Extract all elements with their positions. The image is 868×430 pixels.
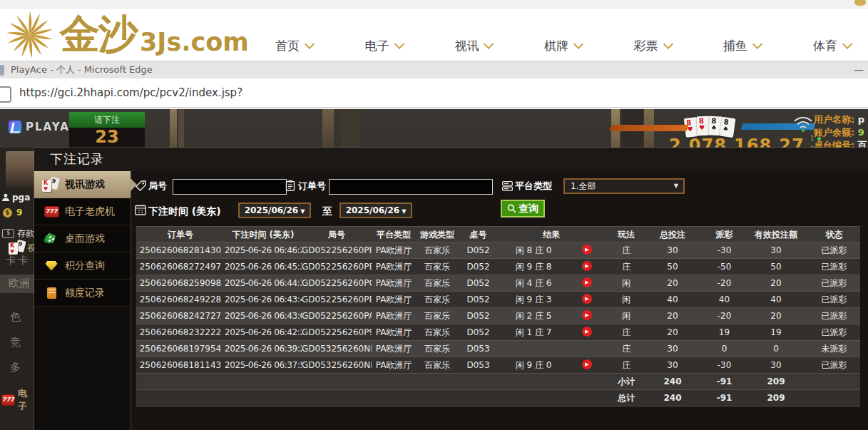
bet-prompt: 请下注 [69, 112, 145, 128]
banker-bet-bar [610, 125, 689, 131]
brand-logo-cn: 金沙 [60, 8, 137, 62]
nav-item-sports[interactable]: 体育 [813, 38, 851, 54]
chevron-down-icon [394, 39, 404, 49]
platform-type-label: 平台类型 [515, 178, 552, 194]
game-stage: PLAYACE 请下注 23 8♥ 8♥ 8♠ 8♠ 2,078,168.27 [0, 108, 868, 430]
sidebar-tab-table-games[interactable]: 桌面游戏 [34, 225, 131, 252]
chevron-down-icon [305, 39, 315, 49]
to-label: 至 [322, 203, 332, 219]
status-badge: 已派彩 [808, 275, 860, 292]
diamond-icon [41, 261, 62, 271]
user-info-block: 用户名称: p 账户余额: 9 桌台编号: 百 [814, 113, 868, 152]
magnifier-icon [507, 204, 516, 213]
cards-icon: 9 K♥ [41, 178, 62, 193]
minimize-button[interactable]: — [854, 61, 864, 77]
dealt-cards: 8♥ 8♥ 8♠ 8♠ [686, 116, 735, 135]
tag-icon [136, 180, 146, 194]
sidebar-tab-credit-log[interactable]: 额度记录 [34, 280, 131, 307]
page-icon [0, 86, 11, 103]
caret-down-icon: ▼ [300, 208, 305, 215]
address-bar[interactable]: https://gci.2hhapi.com/pc/pcv2/index.jsp… [0, 78, 868, 108]
lobby-deposit-button[interactable]: $ 存款 [2, 227, 34, 240]
replay-button[interactable]: ▶ [582, 245, 592, 255]
lobby-item-multi[interactable]: 多 [10, 361, 22, 374]
status-badge: 已派彩 [808, 242, 860, 259]
lobby-item-europe[interactable]: 欧洲 [0, 275, 34, 293]
round-no-input[interactable] [173, 179, 287, 195]
bet-time-label: 下注时间 (美东) [148, 203, 221, 219]
lobby-video-tab[interactable]: 9 K♥ 视 [9, 240, 34, 255]
lobby-item-color[interactable]: 色 [10, 310, 22, 324]
replay-button[interactable]: ▶ [582, 294, 592, 304]
window-favicon [0, 65, 4, 76]
url-text: https://gci.2hhapi.com/pc/pcv2/index.jsp… [19, 78, 242, 107]
replay-button[interactable]: ▶ [582, 261, 592, 271]
bet-countdown: 请下注 23 [69, 112, 145, 148]
nav-item-live[interactable]: 视讯 [454, 38, 492, 54]
clipboard-icon [285, 180, 295, 194]
sidebar-tab-slots[interactable]: 777 电子老虎机 [34, 198, 131, 225]
nav-item-fishing[interactable]: 捕鱼 [723, 38, 761, 54]
status-badge: 已派彩 [808, 292, 860, 308]
window-title: PlayAce - 个人 - Microsoft Edge [11, 61, 153, 78]
replay-button[interactable]: ▶ [582, 327, 592, 337]
lobby-item-slots[interactable]: 777 电子 [1, 387, 34, 413]
document-icon [41, 287, 62, 299]
dealer-avatar [6, 151, 34, 188]
window-title-bar: PlayAce - 个人 - Microsoft Edge — [0, 61, 868, 78]
lobby-vip-level: $ 9 [3, 208, 22, 217]
slot-777-icon: 777 [41, 206, 62, 217]
nav-item-home[interactable]: 首页 [275, 38, 313, 54]
stage-pillar [341, 109, 359, 148]
caret-down-icon: ▼ [402, 208, 406, 215]
order-no-input[interactable] [329, 179, 493, 195]
search-button[interactable]: 查询 [501, 200, 545, 217]
nav-item-board[interactable]: 棋牌 [544, 38, 582, 54]
main-nav: 首页 电子 视讯 棋牌 彩票 捕鱼 [250, 31, 868, 61]
cards-icon: 9 K♥ [9, 240, 27, 255]
replay-button[interactable]: ▶ [582, 359, 592, 369]
round-no-label: 局号 [148, 178, 167, 194]
date-to-picker[interactable]: 2025/06/26▼ [339, 203, 412, 218]
chevron-down-icon [663, 39, 673, 49]
nav-item-lottery[interactable]: 彩票 [634, 38, 672, 54]
slot-777-icon: 777 [1, 394, 15, 406]
sidebar-tab-live-games[interactable]: 9 K♥ 视讯游戏 [34, 171, 131, 198]
panel-content: 局号 订单号 平台类型 1.全部 ▼ 下注时间 [131, 171, 868, 430]
panel-sidebar: 9 K♥ 视讯游戏 777 电子老虎机 桌面游戏 积分查询 [34, 171, 131, 430]
order-no-label: 订单号 [298, 178, 326, 194]
status-badge: 已派彩 [808, 308, 860, 324]
brand-logo-en: 3Js.com [140, 28, 249, 56]
status-badge: 已派彩 [808, 324, 860, 341]
site-header: 金沙 3Js.com 首页 电子 视讯 棋牌 彩票 [0, 9, 868, 61]
replay-button[interactable]: ▶ [582, 310, 592, 320]
panel-title: 下注记录 [34, 148, 868, 171]
lobby-username: pga [1, 193, 30, 203]
money-bag-icon: $ [3, 208, 12, 217]
lobby-item-race[interactable]: 竞 [10, 336, 22, 349]
chevron-down-icon [842, 39, 852, 49]
chevron-down-icon [573, 39, 583, 49]
screen: 金沙 3Js.com 首页 电子 视讯 棋牌 彩票 [0, 0, 868, 430]
chevron-down-icon [752, 39, 762, 49]
date-from-picker[interactable]: 2025/06/26▼ [238, 203, 311, 218]
lobby-item-card[interactable]: 卡卡 [6, 254, 30, 267]
lobby-left-column: pga $ 9 $ 存款 9 K♥ 视 卡卡 欧洲 色 竞 多 [0, 148, 34, 430]
status-badge: 未派彩 [808, 341, 860, 357]
platform-type-select[interactable]: 1.全部 ▼ [563, 178, 685, 194]
sidebar-tab-points[interactable]: 积分查询 [34, 252, 131, 280]
bet-records-table: 订单号 下注时间 (美东) 局号 平台类型 游戏类型 桌号 结果 玩法 总投注 … [136, 226, 860, 406]
status-badge: 已派彩 [808, 357, 860, 374]
dice-icon [41, 233, 62, 245]
stage-pillar [170, 109, 177, 148]
calendar-icon [135, 204, 146, 218]
caret-down-icon: ▼ [674, 180, 678, 193]
person-icon [1, 193, 10, 202]
replay-button[interactable]: ▶ [582, 277, 592, 287]
chevron-down-icon [484, 39, 494, 49]
nav-item-slots[interactable]: 电子 [365, 38, 403, 54]
playing-card: 8♠ [720, 117, 736, 138]
list-icon [502, 180, 513, 194]
corner-ornament [854, 0, 866, 6]
stage-pillar [322, 109, 334, 148]
